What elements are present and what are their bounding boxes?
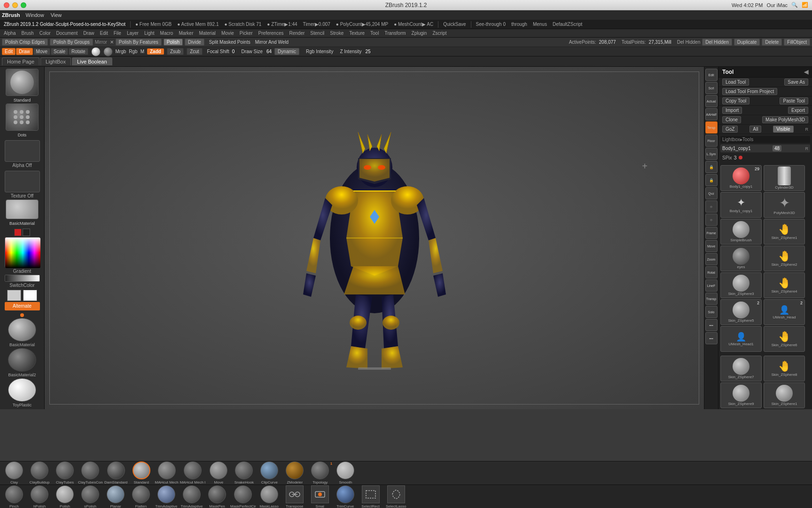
color-swatch-black[interactable] — [23, 229, 30, 236]
default-zscript-btn[interactable]: DefaultZScript — [551, 21, 584, 27]
brush-transpose[interactable]: Transpose — [282, 485, 307, 508]
maximize-button[interactable] — [21, 2, 26, 8]
menu-render[interactable]: Render — [288, 30, 307, 36]
color-swatch-red[interactable] — [14, 229, 22, 236]
ts-edit-btn[interactable]: Edit — [705, 69, 718, 81]
gradient-swatch[interactable] — [5, 275, 40, 282]
menu-item-window[interactable]: Window — [23, 12, 47, 18]
menu-file[interactable]: File — [112, 30, 123, 36]
mrgb-btn[interactable]: Mrgb — [116, 49, 126, 54]
draw-btn[interactable]: Draw — [16, 48, 32, 55]
ts-tersp-btn[interactable]: Tersp — [705, 121, 718, 134]
edit-btn[interactable]: Edit — [2, 48, 16, 55]
body1-copy1-thumb[interactable]: Body1_copy1 29 — [720, 165, 762, 191]
body1-copy1b-thumb[interactable]: ✦ Body1_copy1 — [720, 192, 762, 218]
zsub-btn[interactable]: Zsub — [167, 48, 184, 55]
ts-circle2-btn[interactable]: ○ — [705, 214, 718, 226]
brush-selectlasso[interactable]: SelectLasso — [384, 485, 408, 508]
brush-damstandard[interactable]: DamStandard — [104, 461, 128, 484]
brush-polish[interactable]: Polish — [53, 485, 77, 508]
brush-claytubes[interactable]: ClayTubes — [53, 461, 77, 484]
menu-picker[interactable]: Picker — [238, 30, 255, 36]
skin-zsphere4-thumb[interactable]: 🤚 Skin_ZSphere4 — [764, 272, 805, 298]
polish-by-features-btn[interactable]: Polish By Features — [116, 39, 162, 46]
see-through-btn[interactable]: See-through 0 — [474, 21, 508, 27]
brush-mahcut-mech-i[interactable]: MAHcut Mech I — [180, 461, 206, 484]
tool-panel-close[interactable]: ◀ — [804, 69, 808, 75]
rotate-btn[interactable]: Rotate — [69, 48, 88, 55]
del-hidden-btn[interactable]: Del Hidden — [702, 39, 732, 46]
menu-movie[interactable]: Movie — [219, 30, 236, 36]
menu-zplugin[interactable]: Zplugin — [410, 30, 429, 36]
skin-zsphere6-thumb[interactable]: 🤚 Skin_ZSphere6 — [764, 326, 805, 352]
dots-brush-thumb[interactable] — [6, 103, 39, 131]
color-sw-light[interactable] — [23, 290, 37, 301]
skin-zsphere9-thumb[interactable]: Skin_ZSphere9 — [720, 382, 762, 408]
ts-lock2-btn[interactable]: 🔒 — [705, 174, 718, 186]
brush-zmodeler[interactable]: ZModeler — [282, 461, 307, 484]
eyes-thumb[interactable]: eyes — [720, 246, 762, 271]
brush-flatten[interactable]: Flatten — [129, 485, 153, 508]
menu-draw[interactable]: Draw — [81, 30, 96, 36]
import-btn[interactable]: Import — [722, 107, 742, 114]
brush-move[interactable]: Move — [206, 461, 231, 484]
texture-thumb[interactable] — [5, 171, 40, 192]
ts-lsym-btn[interactable]: L.Sym — [705, 148, 718, 160]
menu-document[interactable]: Document — [55, 30, 80, 36]
brush-smooth[interactable]: Smooth — [333, 461, 358, 484]
ts-floor-btn[interactable]: Floor — [705, 135, 718, 147]
skin-zsphere5-thumb[interactable]: Skin_ZSphere5 2 — [720, 299, 762, 325]
move-btn[interactable]: Move — [33, 48, 50, 55]
ts-dots-btn[interactable]: ••• — [705, 319, 718, 331]
m-btn[interactable]: M — [141, 49, 144, 54]
quick-save-btn[interactable]: QuickSave — [441, 21, 468, 27]
load-tool-btn[interactable]: Load Tool — [722, 79, 749, 86]
brush-claybuildup[interactable]: ClayBuildup — [27, 461, 52, 484]
delete-btn[interactable]: Delete — [762, 39, 782, 46]
brush-masklasso[interactable]: MaskLasso — [257, 485, 281, 508]
brush-maskperfectcir[interactable]: MaskPerfectCir — [230, 485, 256, 508]
polish-btn[interactable]: Polish — [164, 39, 183, 46]
menu-texture[interactable]: Texture — [347, 30, 367, 36]
polymesh3d-thumb[interactable]: ✦ PolyMesh3D — [764, 192, 805, 218]
paste-tool-btn[interactable]: Paste Tool — [780, 97, 808, 104]
dynamic-btn[interactable]: Dynamic — [274, 48, 299, 55]
menu-light[interactable]: Light — [142, 30, 156, 36]
ts-rotate-btn[interactable]: Rotat — [705, 266, 718, 278]
skin-zsphere3-thumb[interactable]: Skin_ZSphere3 — [720, 272, 762, 298]
ts-dots2-btn[interactable]: ••• — [705, 332, 718, 344]
zadd-btn[interactable]: Zadd — [147, 48, 164, 55]
menu-preferences[interactable]: Preferences — [257, 30, 286, 36]
ts-scroll-btn[interactable]: Scrl — [705, 82, 718, 94]
ts-frame-btn[interactable]: Frame — [705, 227, 718, 239]
menu-material[interactable]: Material — [197, 30, 218, 36]
ts-solo-btn[interactable]: Solo — [705, 306, 718, 318]
brush-mahcut-mech[interactable]: MAHcut Mech — [155, 461, 179, 484]
brush-selectrect[interactable]: SelectRect — [359, 485, 383, 508]
polish-crisp-edges-btn[interactable]: Polish Crisp Edges — [2, 39, 48, 46]
brush-snakehook[interactable]: SnakeHook — [232, 461, 256, 484]
simplebrush-thumb[interactable]: SimpleBrush — [720, 219, 762, 245]
cylinder3d-thumb[interactable]: Cylinder3D — [764, 165, 805, 191]
polish-by-groups-btn[interactable]: Polish By Groups — [50, 39, 93, 46]
goz-btn[interactable]: GoZ — [722, 126, 738, 133]
brush-spolish[interactable]: sPolish — [78, 485, 102, 508]
toy-sphere[interactable] — [8, 378, 36, 402]
close-mirror[interactable]: ✕ — [110, 40, 114, 45]
menus-btn[interactable]: Menus — [531, 21, 549, 27]
brush-smal[interactable]: Smal — [308, 485, 332, 508]
menu-tool[interactable]: Tool — [368, 30, 381, 36]
menu-edit[interactable]: Edit — [98, 30, 110, 36]
menu-stencil[interactable]: Stencil — [308, 30, 326, 36]
alternate-btn[interactable]: Alternate — [5, 302, 40, 310]
brush-clay[interactable]: Clay — [2, 461, 26, 484]
skin-zsphere7-thumb[interactable]: Skin_ZSphere7 — [720, 356, 762, 381]
menu-zscript[interactable]: Zscript — [430, 30, 448, 36]
menu-item-view[interactable]: View — [48, 12, 65, 18]
ts-transp-btn[interactable]: Transp — [705, 293, 718, 305]
rgb-btn[interactable]: Rgb — [129, 49, 137, 54]
color-sw-white[interactable] — [7, 290, 21, 301]
umesh-head1-thumb[interactable]: 👤 UMesh_Head1 — [720, 326, 762, 352]
brush-maskpen[interactable]: MaskPen — [205, 485, 229, 508]
all-btn[interactable]: All — [750, 126, 761, 133]
